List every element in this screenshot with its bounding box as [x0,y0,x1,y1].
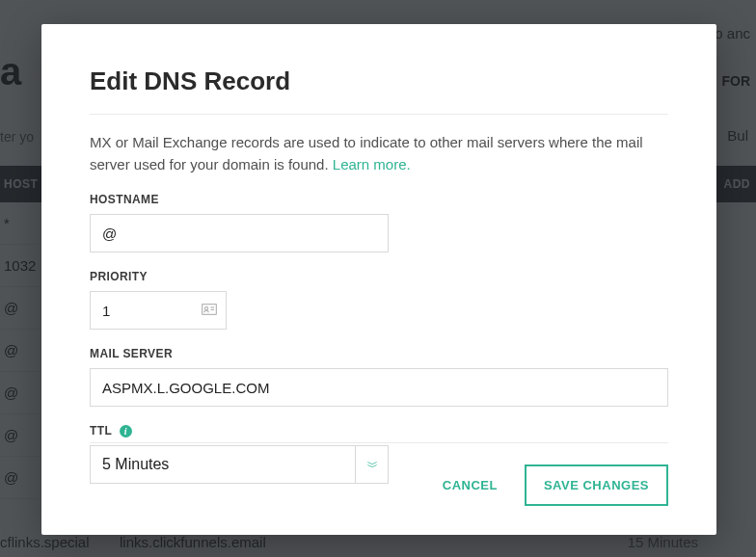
mail-server-label: MAIL SERVER [90,347,668,360]
hostname-label: HOSTNAME [90,193,668,206]
save-changes-button[interactable]: SAVE CHANGES [525,464,668,506]
cancel-button[interactable]: CANCEL [427,466,513,504]
learn-more-link[interactable]: Learn more. [333,156,411,172]
info-icon[interactable]: i [120,425,132,438]
ttl-label-text: TTL [90,424,112,438]
edit-dns-record-modal: Edit DNS Record MX or Mail Exchange reco… [41,24,716,535]
mail-server-field: MAIL SERVER [90,347,668,407]
mail-server-input[interactable] [90,368,668,407]
priority-label: PRIORITY [90,270,668,283]
priority-field: PRIORITY [90,270,668,330]
modal-description: MX or Mail Exchange records are used to … [90,132,668,175]
ttl-label: TTL i [90,424,668,438]
contact-card-icon [202,302,217,319]
hostname-field: HOSTNAME [90,193,668,252]
modal-title: Edit DNS Record [90,66,668,96]
svg-rect-0 [202,305,217,315]
divider [90,114,668,115]
svg-point-1 [204,306,207,309]
modal-actions: CANCEL SAVE CHANGES [90,442,668,506]
hostname-input[interactable] [90,214,389,252]
